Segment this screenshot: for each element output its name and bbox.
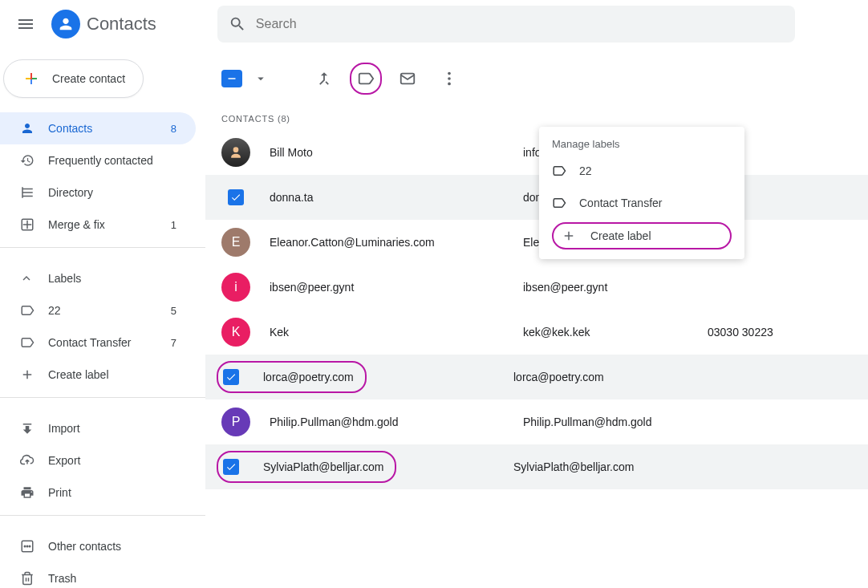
contact-row[interactable]: KKekkek@kek.kek03030 30223 bbox=[205, 310, 868, 355]
contact-row[interactable]: Bill Motoinfo@billmoto.com bbox=[205, 130, 868, 175]
contact-row[interactable]: EEleanor.Catton@Luminaries.comEleanor.Ca… bbox=[205, 220, 868, 265]
sidebar: Create contact Contacts8Frequently conta… bbox=[0, 48, 205, 588]
create-contact-button[interactable]: Create contact bbox=[3, 59, 144, 98]
merge-icon bbox=[315, 70, 333, 87]
trash-icon bbox=[19, 571, 35, 586]
sidebar-item-22[interactable]: 225 bbox=[0, 294, 196, 326]
contact-avatar: i bbox=[221, 273, 250, 302]
more-vert-icon bbox=[440, 70, 458, 87]
contact-email: kek@kek.kek bbox=[523, 326, 708, 339]
svg-point-9 bbox=[233, 147, 239, 152]
contact-email: Philip.Pullman@hdm.gold bbox=[523, 416, 708, 428]
create-contact-label: Create contact bbox=[52, 72, 125, 85]
contact-name: Eleanor.Catton@Luminaries.com bbox=[250, 236, 523, 249]
contact-name: Kek bbox=[250, 326, 523, 339]
contact-email: lorca@poetry.com bbox=[513, 371, 698, 383]
contact-name: donna.ta bbox=[250, 191, 523, 204]
highlighted-contact: lorca@poetry.com bbox=[217, 361, 367, 393]
contact-avatar: P bbox=[221, 408, 250, 436]
history-icon bbox=[19, 153, 35, 168]
contact-name: Philip.Pullman@hdm.gold bbox=[250, 416, 523, 428]
svg-point-2 bbox=[26, 545, 28, 547]
manage-labels-button[interactable] bbox=[350, 63, 382, 95]
sidebar-item-contact-transfer[interactable]: Contact Transfer7 bbox=[0, 326, 196, 359]
contact-checkbox[interactable] bbox=[223, 459, 239, 475]
plus-small-icon bbox=[562, 229, 576, 243]
search-input[interactable] bbox=[256, 17, 784, 31]
svg-point-7 bbox=[448, 77, 451, 80]
sidebar-item-print[interactable]: Print bbox=[0, 476, 196, 509]
svg-point-8 bbox=[448, 83, 451, 86]
sidebar-item-contacts[interactable]: Contacts8 bbox=[0, 112, 196, 144]
contact-row[interactable]: lorca@poetry.comlorca@poetry.com bbox=[205, 355, 868, 399]
highlighted-contact: SylviaPlath@belljar.com bbox=[217, 451, 396, 483]
svg-point-4 bbox=[29, 545, 30, 547]
contact-row[interactable]: PPhilip.Pullman@hdm.goldPhilip.Pullman@h… bbox=[205, 399, 868, 444]
contacts-logo-icon bbox=[51, 10, 80, 39]
print-icon bbox=[19, 485, 35, 500]
email-icon bbox=[399, 70, 416, 87]
contact-name: ibsen@peer.gynt bbox=[250, 281, 523, 294]
label-outline-icon bbox=[552, 196, 566, 210]
contact-checkbox[interactable] bbox=[223, 369, 239, 385]
dropdown-header: Manage labels bbox=[539, 133, 744, 155]
indeterminate-icon bbox=[225, 71, 239, 86]
other-icon bbox=[19, 539, 35, 554]
directory-icon bbox=[19, 185, 35, 200]
contact-avatar bbox=[221, 138, 250, 167]
sidebar-item-frequently-contacted[interactable]: Frequently contacted bbox=[0, 144, 196, 176]
app-title: Contacts bbox=[87, 14, 156, 34]
labels-header[interactable]: Labels bbox=[0, 262, 205, 294]
app-logo[interactable]: Contacts bbox=[51, 10, 156, 39]
contact-email: SylviaPlath@belljar.com bbox=[513, 460, 698, 473]
send-email-button[interactable] bbox=[391, 63, 424, 95]
sidebar-item-export[interactable]: Export bbox=[0, 444, 196, 476]
selection-indicator[interactable] bbox=[221, 70, 242, 87]
sidebar-item-trash[interactable]: Trash bbox=[0, 562, 196, 588]
sidebar-item-import[interactable]: Import bbox=[0, 412, 196, 444]
chevron-up-icon bbox=[19, 271, 34, 286]
search-box[interactable] bbox=[217, 6, 795, 43]
contact-avatar: K bbox=[221, 318, 250, 347]
label-outline-icon bbox=[552, 164, 566, 178]
label-icon bbox=[357, 70, 375, 87]
more-actions-button[interactable] bbox=[433, 63, 465, 95]
hamburger-icon bbox=[16, 14, 35, 34]
contact-phone: 03030 30223 bbox=[708, 326, 773, 339]
sidebar-item-directory[interactable]: Directory bbox=[0, 176, 196, 209]
export-icon bbox=[19, 453, 35, 468]
contacts-list-header: CONTACTS (8) bbox=[205, 98, 868, 130]
contact-avatar: E bbox=[221, 228, 250, 257]
import-icon bbox=[19, 421, 35, 436]
search-icon bbox=[229, 15, 246, 33]
contact-name: SylviaPlath@belljar.com bbox=[263, 460, 383, 473]
label-icon bbox=[19, 335, 35, 350]
selection-dropdown-icon[interactable] bbox=[254, 71, 268, 86]
dropdown-label-item[interactable]: Contact Transfer bbox=[539, 187, 744, 219]
main-menu-button[interactable] bbox=[6, 5, 45, 43]
contact-checkbox[interactable] bbox=[228, 189, 244, 205]
svg-point-3 bbox=[24, 545, 26, 547]
label-icon bbox=[19, 303, 35, 318]
plus-icon bbox=[22, 69, 41, 88]
plus-small-icon bbox=[20, 367, 34, 382]
contact-row[interactable]: donna.tadonna.tartt@goldfinch.com bbox=[205, 175, 868, 220]
merge-button[interactable] bbox=[308, 63, 340, 95]
svg-point-6 bbox=[448, 72, 451, 75]
dropdown-label-item[interactable]: 22 bbox=[539, 155, 744, 187]
sidebar-create-label[interactable]: Create label bbox=[0, 359, 196, 391]
contact-name: lorca@poetry.com bbox=[263, 371, 354, 383]
sidebar-item-merge-&-fix[interactable]: Merge & fix1 bbox=[0, 209, 196, 241]
contact-row[interactable]: SylviaPlath@belljar.comSylviaPlath@bellj… bbox=[205, 444, 868, 489]
dropdown-create-label[interactable]: Create label bbox=[552, 222, 732, 249]
contact-email: ibsen@peer.gynt bbox=[523, 281, 708, 294]
sidebar-item-other-contacts[interactable]: Other contacts bbox=[0, 530, 196, 562]
contact-name: Bill Moto bbox=[250, 146, 523, 159]
merge-icon bbox=[19, 217, 35, 232]
person-icon bbox=[19, 121, 35, 136]
contact-row[interactable]: iibsen@peer.gyntibsen@peer.gynt bbox=[205, 265, 868, 310]
manage-labels-dropdown: Manage labels 22Contact Transfer Create … bbox=[539, 127, 744, 259]
main-content: CONTACTS (8) Bill Motoinfo@billmoto.comd… bbox=[205, 48, 868, 588]
selection-toolbar bbox=[205, 59, 868, 98]
